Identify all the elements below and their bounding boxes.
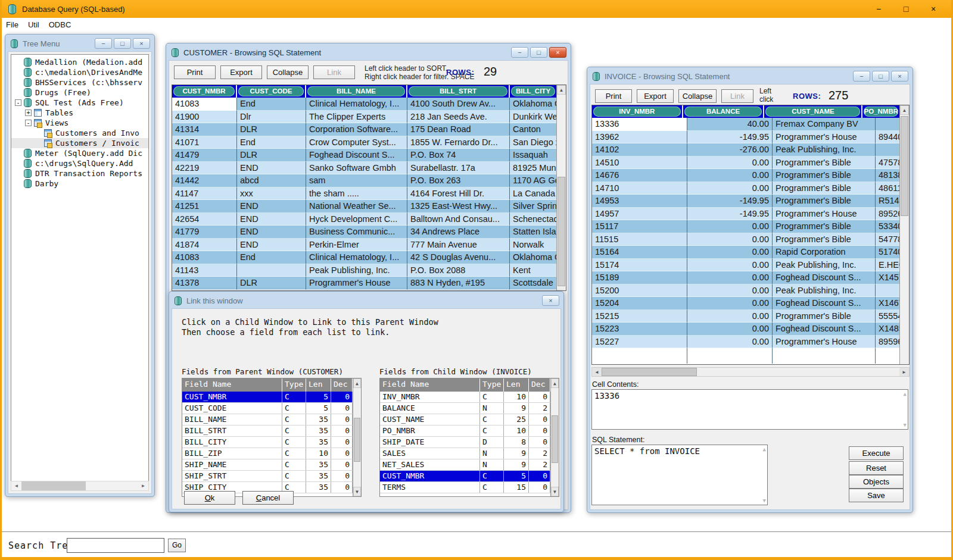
minimize-button[interactable]: −	[853, 71, 870, 82]
grid-cell[interactable]: X14673JA	[876, 297, 899, 310]
field-row[interactable]: BILL_STRT C 35 0	[182, 426, 353, 437]
field-dec-cell[interactable]: 0	[529, 414, 550, 425]
grid-cell[interactable]: xxx	[237, 187, 306, 201]
grid-cell[interactable]: X14578JA	[876, 271, 899, 284]
field-dec-cell[interactable]: 0	[529, 437, 550, 448]
tree-item[interactable]: Views	[11, 118, 148, 128]
grid-cell[interactable]: Peak Publishing, Inc.	[773, 143, 876, 157]
scroll-up-button[interactable]: ▲	[900, 105, 909, 115]
tree-expander-icon[interactable]	[25, 110, 32, 116]
field-len-cell[interactable]: 10	[504, 426, 529, 436]
grid-cell[interactable]	[876, 118, 899, 131]
tree-item-label[interactable]: Drugs (Free)	[35, 88, 91, 97]
scroll-down-button[interactable]: ▼	[904, 422, 907, 428]
scroll-left-button[interactable]: ◄	[11, 481, 21, 490]
grid-cell[interactable]: Dunkirk West, South	[510, 111, 556, 124]
tree-item-label[interactable]: Meter (SqlQuery.add Dic	[35, 149, 142, 158]
grid-cell[interactable]: 14676	[592, 169, 687, 182]
field-len-cell[interactable]: 9	[504, 459, 529, 470]
field-dec-cell[interactable]: 0	[331, 459, 353, 470]
field-dec-cell[interactable]: 2	[529, 448, 550, 459]
grid-cell[interactable]: -149.95	[687, 208, 773, 221]
grid-cell[interactable]: 41479	[172, 149, 237, 162]
grid-cell[interactable]: 41874	[172, 239, 237, 252]
grid-cell[interactable]: 41314	[172, 123, 237, 136]
tree-item[interactable]: Customers / Invoic	[11, 138, 148, 148]
grid-cell[interactable]: 41442	[172, 174, 237, 187]
table-row[interactable]: 15189 0.00 Foghead Discount S... X14578J…	[592, 271, 899, 284]
scrollbar-thumb[interactable]	[558, 177, 565, 286]
export-button[interactable]: Export	[220, 65, 262, 79]
close-button[interactable]: ×	[542, 295, 559, 306]
collapse-button[interactable]: Collapse	[678, 89, 717, 103]
table-row[interactable]: 14957 -149.95 Programmer's House 895260	[592, 208, 899, 221]
grid-cell[interactable]: 175 Dean Road	[407, 123, 510, 136]
grid-cell[interactable]: Programmer's Bible	[773, 169, 876, 182]
field-dec-cell[interactable]: 0	[529, 482, 550, 493]
tree-expander-icon[interactable]	[15, 99, 21, 106]
tree-item-label[interactable]: BHSServices (c:\bhsserv	[35, 78, 142, 87]
column-header[interactable]: INV_NMBR	[592, 105, 683, 118]
grid-cell[interactable]: 0.00	[687, 169, 773, 182]
grid-cell[interactable]: 15227	[592, 336, 687, 349]
field-name-cell[interactable]: PO_NMBR	[380, 426, 480, 436]
grid-cell[interactable]: Programmer's House	[773, 336, 876, 349]
grid-cell[interactable]: 15117	[592, 220, 687, 233]
scroll-up-button[interactable]: ▲	[353, 378, 361, 388]
grid-cell[interactable]: 48138	[876, 169, 899, 182]
grid-cell[interactable]: Perkin-Elmer	[306, 239, 407, 252]
field-type-cell[interactable]: C	[282, 414, 306, 425]
table-row[interactable]: 41900 Dlr The Clipper Experts 218 Jan Se…	[172, 111, 556, 124]
tree-item-label[interactable]: SQL Test (Ads Free)	[35, 98, 124, 107]
field-len-cell[interactable]: 9	[504, 448, 529, 459]
field-name-cell[interactable]: SHIP_DATE	[380, 437, 480, 448]
grid-cell[interactable]: End	[237, 136, 306, 149]
grid-cell[interactable]: 41147	[172, 187, 237, 201]
grid-cell[interactable]: E.HECTO	[876, 259, 899, 272]
menu-util[interactable]: Util	[28, 20, 39, 29]
grid-cell[interactable]: Hyck Development C...	[306, 213, 407, 226]
scrollbar-track[interactable]	[602, 368, 899, 376]
tree-item[interactable]: Tables	[11, 108, 148, 118]
tree-view[interactable]: Medallion (Medalion.add c:\medalion\Driv…	[11, 54, 149, 491]
field-len-cell[interactable]: 35	[306, 437, 331, 448]
field-row[interactable]: INV_NMBR C 10 0	[380, 392, 550, 403]
field-type-cell[interactable]: D	[480, 437, 504, 448]
tree-item[interactable]: Darby	[11, 179, 148, 189]
scroll-up-button[interactable]: ▲	[904, 391, 907, 397]
column-header[interactable]: BILL_NAME	[306, 85, 407, 98]
field-name-cell[interactable]: BILL_ZIP	[182, 448, 282, 459]
sql-statement-box[interactable]: SELECT * from INVOICE ▲ ▼	[591, 445, 768, 505]
field-type-cell[interactable]: C	[480, 392, 504, 402]
field-row[interactable]: PO_NMBR C 10 0	[380, 426, 550, 437]
collapse-button[interactable]: Collapse	[267, 65, 309, 79]
grid-cell[interactable]: Foghead Discount S...	[773, 271, 876, 284]
menu-file[interactable]: File	[6, 20, 18, 29]
grid-cell[interactable]: 0.00	[687, 310, 773, 323]
grid-cell[interactable]: 0.00	[687, 259, 773, 272]
grid-cell[interactable]: Programmer's House	[773, 208, 876, 221]
grid-cell[interactable]: 4164 Forest Hill Dr.	[407, 187, 510, 201]
table-row[interactable]: 11515 0.00 Programmer's Bible 54778	[592, 233, 899, 246]
grid-cell[interactable]: 47578	[876, 157, 899, 170]
scroll-up-button[interactable]: ▲	[763, 446, 766, 452]
table-row[interactable]: 41874 END Perkin-Elmer 777 Main Avenue N…	[172, 239, 556, 252]
table-row[interactable]: 41442 abcd sam P.O. Box 263 1170 AG Gooh…	[172, 174, 556, 187]
grid-cell[interactable]: P.O. Box 2088	[407, 264, 510, 277]
grid-cell[interactable]: 15204	[592, 297, 687, 310]
grid-cell[interactable]: Programmer's Bible	[773, 220, 876, 233]
grid-cell[interactable]: the sham .....	[306, 187, 407, 201]
tree-item[interactable]: Medallion (Medalion.add	[11, 57, 148, 67]
field-len-cell[interactable]: 35	[306, 482, 331, 493]
grid-cell[interactable]: 894405	[876, 131, 899, 144]
grid-cell[interactable]: 54778	[876, 233, 899, 246]
field-row[interactable]: BALANCE N 9 2	[380, 403, 550, 414]
scroll-down-button[interactable]: ▼	[763, 498, 766, 503]
vertical-scrollbar[interactable]: ▲ ▼	[550, 378, 559, 496]
grid-cell[interactable]: Oklahoma City	[510, 98, 556, 111]
grid-cell[interactable]: Programmer's Bible	[773, 195, 876, 208]
scrollbar-thumb[interactable]	[354, 418, 360, 462]
field-row[interactable]: CUST_NAME C 25 0	[380, 414, 550, 426]
table-row[interactable]: 41479 DLR Foghead Discount S... P.O. Box…	[172, 149, 556, 162]
field-len-cell[interactable]: 8	[504, 437, 529, 448]
